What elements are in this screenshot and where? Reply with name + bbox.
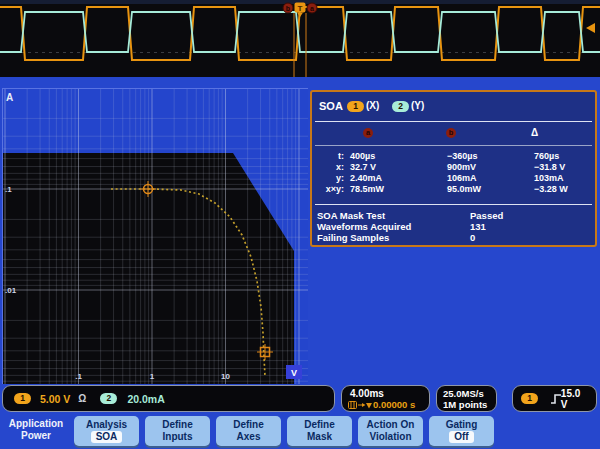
- measurement-row-label: x×y:: [314, 184, 350, 195]
- menu-button-inputs[interactable]: DefineInputs: [145, 416, 210, 446]
- ch1-coupling-ohm: Ω: [78, 393, 86, 404]
- y-axis-tick-label: .1: [5, 185, 12, 194]
- summary-value: 0: [470, 232, 503, 243]
- cursor-b-value: 106mA: [447, 173, 534, 184]
- summary-value: Passed: [470, 210, 503, 221]
- cursor-a-column-badge: a: [363, 128, 373, 138]
- menu-button-line2: Mask: [287, 431, 352, 443]
- trigger-readout-box[interactable]: 1 15.0 V: [512, 385, 597, 412]
- ch1-axis-label: (X): [366, 100, 379, 111]
- soa-results-panel: SOA 1 (X) 2 (Y) a b Δ t:400µs−360µs760µs…: [310, 90, 597, 247]
- cursor-measurement-table: t:400µs−360µs760µsx:32.7 V900mV−31.8 Vy:…: [314, 151, 568, 195]
- y-axis-tick-label: .01: [5, 286, 17, 295]
- cursor-a-value: 2.40mA: [350, 173, 447, 184]
- channel2-badge: 2: [392, 101, 409, 112]
- x-axis-tick-label: .1: [75, 372, 82, 381]
- waveform-display: baT: [0, 0, 600, 77]
- menu-button-line1: Action On: [358, 419, 423, 431]
- measurement-row-label: x:: [314, 162, 350, 173]
- cursor-a-value: 78.5mW: [350, 184, 447, 195]
- menu-button-line2: Violation: [358, 431, 423, 443]
- menu-button-line1: Define: [216, 419, 281, 431]
- menu-button-soa[interactable]: AnalysisSOA: [74, 416, 139, 446]
- horizontal-readout-box[interactable]: 4.00ms 0.00000 s: [341, 385, 430, 412]
- cursor-a-value: 400µs: [350, 151, 447, 162]
- soa-panel-title: SOA: [319, 100, 343, 112]
- delta-value: −31.8 V: [534, 162, 568, 173]
- cursor-b-column-badge: b: [446, 128, 456, 138]
- delta-value: 760µs: [534, 151, 568, 162]
- menu-button-line2: Inputs: [145, 431, 210, 443]
- menu-group-label: Application Power: [0, 418, 72, 442]
- menu-button-off[interactable]: GatingOff: [429, 416, 494, 446]
- svg-text:a: a: [310, 5, 314, 12]
- menu-button-violation[interactable]: Action OnViolation: [358, 416, 423, 446]
- trigger-position-readout: 0.00000 s: [373, 399, 415, 410]
- cursor-b-marker[interactable]: b: [283, 3, 293, 13]
- sample-rate-readout: 25.0MS/s: [443, 388, 496, 399]
- cursor-a-marker[interactable]: a: [307, 3, 317, 13]
- menu-button-axes[interactable]: DefineAxes: [216, 416, 281, 446]
- panel-separator: [315, 204, 592, 205]
- menu-button-line2: Off: [449, 431, 473, 443]
- cursor-a-value: 32.7 V: [350, 162, 447, 173]
- channel1-badge[interactable]: 1: [14, 393, 31, 404]
- trigger-source-badge: 1: [521, 393, 538, 404]
- delta-column-header: Δ: [531, 127, 538, 138]
- channel1-badge: 1: [347, 101, 364, 112]
- x-axis-tick-label: 1: [150, 372, 155, 381]
- cursor-b-value: −360µs: [447, 151, 534, 162]
- cursor-b-value: 95.0mW: [447, 184, 534, 195]
- svg-text:b: b: [286, 5, 290, 12]
- summary-label: Failing Samples: [317, 232, 470, 243]
- x-axis-unit-label: V: [291, 368, 297, 378]
- menu-group-line1: Application: [0, 418, 72, 430]
- menu-button-line2: Axes: [216, 431, 281, 443]
- summary-value: 131: [470, 221, 503, 232]
- trigger-level-readout: 15.0 V: [561, 388, 587, 410]
- ch2-axis-label: (Y): [411, 100, 424, 111]
- svg-text:T: T: [298, 4, 303, 13]
- x-axis-tick-label: 10: [221, 372, 230, 381]
- menu-button-line1: Analysis: [74, 419, 139, 431]
- summary-label: SOA Mask Test: [317, 210, 470, 221]
- acquisition-readout-box[interactable]: 25.0MS/s 1M points: [436, 385, 497, 412]
- menu-button-line1: Gating: [429, 419, 494, 431]
- channel2-badge[interactable]: 2: [100, 393, 117, 404]
- horizontal-position-icon: [348, 400, 373, 410]
- menu-button-line1: Define: [145, 419, 210, 431]
- mask-test-summary: SOA Mask TestPassedWaveforms Acquired131…: [317, 210, 503, 243]
- menu-button-line2: SOA: [91, 431, 123, 443]
- y-axis-unit-label: A: [6, 92, 13, 103]
- menu-button-line1: Define: [287, 419, 352, 431]
- menu-group-line2: Power: [0, 430, 72, 442]
- measurement-row-label: t:: [314, 151, 350, 162]
- delta-value: 103mA: [534, 173, 568, 184]
- measurement-row-label: y:: [314, 173, 350, 184]
- panel-separator: [315, 121, 592, 122]
- delta-value: −3.28 W: [534, 184, 568, 195]
- soa-plot: .1110.1.01AV: [2, 88, 308, 384]
- ch1-scale-readout: 5.00 V: [40, 393, 70, 405]
- record-length-readout: 1M points: [443, 399, 496, 410]
- menu-button-mask[interactable]: DefineMask: [287, 416, 352, 446]
- channel-readout-box[interactable]: 1 5.00 V Ω 2 20.0mA: [2, 385, 335, 412]
- ch2-scale-readout: 20.0mA: [127, 393, 164, 405]
- summary-label: Waveforms Acquired: [317, 221, 470, 232]
- oscilloscope-screen: baT .1110.1.01AV SOA 1 (X) 2 (Y) a b Δ t…: [0, 0, 600, 449]
- timebase-readout: 4.00ms: [350, 388, 429, 399]
- cursor-b-value: 900mV: [447, 162, 534, 173]
- panel-separator: [315, 145, 592, 146]
- rising-edge-slope-icon: [550, 393, 561, 405]
